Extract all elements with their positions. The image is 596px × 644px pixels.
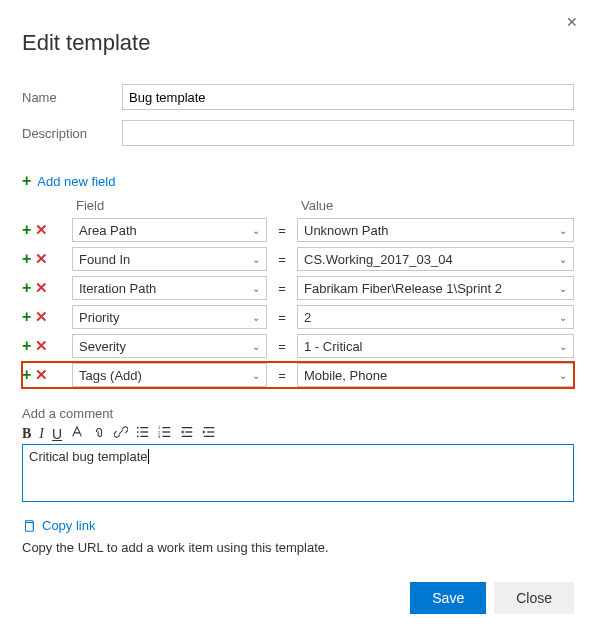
column-header-field: Field — [72, 198, 267, 213]
underline-button[interactable]: U — [52, 426, 62, 442]
field-dropdown[interactable]: Priority⌄ — [72, 305, 267, 329]
svg-point-2 — [137, 436, 139, 438]
comment-input[interactable]: Critical bug template​ — [22, 444, 574, 502]
close-button[interactable]: Close — [494, 582, 574, 614]
outdent-icon[interactable] — [180, 425, 194, 442]
chevron-down-icon: ⌄ — [252, 370, 260, 381]
add-row-icon[interactable]: + — [22, 366, 31, 384]
field-value: Found In — [79, 252, 130, 267]
value-text: Fabrikam Fiber\Release 1\Sprint 2 — [304, 281, 502, 296]
add-row-icon[interactable]: + — [22, 337, 31, 355]
indent-icon[interactable] — [202, 425, 216, 442]
remove-row-icon[interactable]: ✕ — [35, 279, 48, 297]
copy-link-description: Copy the URL to add a work item using th… — [22, 540, 574, 555]
svg-rect-18 — [26, 522, 34, 531]
field-dropdown[interactable]: Area Path⌄ — [72, 218, 267, 242]
field-value: Tags (Add) — [79, 368, 142, 383]
remove-row-icon[interactable]: ✕ — [35, 221, 48, 239]
chevron-down-icon: ⌄ — [252, 225, 260, 236]
svg-point-1 — [137, 431, 139, 433]
equals-label: = — [267, 281, 297, 296]
remove-row-icon[interactable]: ✕ — [35, 308, 48, 326]
field-row: +✕Area Path⌄=Unknown Path⌄ — [22, 217, 574, 243]
clip-icon[interactable] — [92, 425, 106, 442]
chevron-down-icon: ⌄ — [559, 370, 567, 381]
italic-button[interactable]: I — [39, 426, 44, 442]
field-dropdown[interactable]: Severity⌄ — [72, 334, 267, 358]
name-input[interactable] — [122, 84, 574, 110]
equals-label: = — [267, 252, 297, 267]
link-icon[interactable] — [114, 425, 128, 442]
page-title: Edit template — [22, 30, 574, 56]
field-value: Priority — [79, 310, 119, 325]
field-row: +✕Severity⌄=1 - Critical⌄ — [22, 333, 574, 359]
value-text: Mobile, Phone — [304, 368, 387, 383]
font-button[interactable] — [70, 425, 84, 442]
field-dropdown[interactable]: Tags (Add)⌄ — [72, 363, 267, 387]
add-row-icon[interactable]: + — [22, 221, 31, 239]
chevron-down-icon: ⌄ — [559, 283, 567, 294]
field-row: +✕Iteration Path⌄=Fabrikam Fiber\Release… — [22, 275, 574, 301]
svg-text:3: 3 — [158, 434, 161, 439]
value-text: 1 - Critical — [304, 339, 363, 354]
field-value: Severity — [79, 339, 126, 354]
equals-label: = — [267, 368, 297, 383]
chevron-down-icon: ⌄ — [252, 312, 260, 323]
copy-link-label: Copy link — [42, 518, 95, 533]
value-dropdown[interactable]: CS.Working_2017_03_04⌄ — [297, 247, 574, 271]
chevron-down-icon: ⌄ — [559, 312, 567, 323]
value-text: CS.Working_2017_03_04 — [304, 252, 453, 267]
field-row: +✕Found In⌄=CS.Working_2017_03_04⌄ — [22, 246, 574, 272]
add-new-field-label: Add new field — [37, 174, 115, 189]
remove-row-icon[interactable]: ✕ — [35, 366, 48, 384]
field-row: +✕Priority⌄=2⌄ — [22, 304, 574, 330]
comment-label: Add a comment — [22, 406, 574, 421]
description-label: Description — [22, 126, 122, 141]
bold-button[interactable]: B — [22, 426, 31, 442]
save-button[interactable]: Save — [410, 582, 486, 614]
value-text: Unknown Path — [304, 223, 389, 238]
svg-point-0 — [137, 427, 139, 429]
value-dropdown[interactable]: Unknown Path⌄ — [297, 218, 574, 242]
copy-link-button[interactable]: Copy link — [22, 518, 95, 533]
value-dropdown[interactable]: 2⌄ — [297, 305, 574, 329]
field-dropdown[interactable]: Iteration Path⌄ — [72, 276, 267, 300]
copy-icon — [22, 519, 36, 533]
formatting-toolbar: B I U 123 — [22, 425, 574, 442]
chevron-down-icon: ⌄ — [559, 225, 567, 236]
value-dropdown[interactable]: Mobile, Phone⌄ — [297, 363, 574, 387]
field-row: +✕Tags (Add)⌄=Mobile, Phone⌄ — [22, 362, 574, 388]
chevron-down-icon: ⌄ — [252, 341, 260, 352]
chevron-down-icon: ⌄ — [559, 341, 567, 352]
chevron-down-icon: ⌄ — [559, 254, 567, 265]
field-value: Iteration Path — [79, 281, 156, 296]
add-new-field-button[interactable]: + Add new field — [22, 172, 115, 190]
remove-row-icon[interactable]: ✕ — [35, 250, 48, 268]
equals-label: = — [267, 223, 297, 238]
value-text: 2 — [304, 310, 311, 325]
bullet-list-icon[interactable] — [136, 425, 150, 442]
add-row-icon[interactable]: + — [22, 279, 31, 297]
equals-label: = — [267, 310, 297, 325]
add-row-icon[interactable]: + — [22, 250, 31, 268]
column-header-value: Value — [297, 198, 574, 213]
chevron-down-icon: ⌄ — [252, 254, 260, 265]
remove-row-icon[interactable]: ✕ — [35, 337, 48, 355]
name-label: Name — [22, 90, 122, 105]
equals-label: = — [267, 339, 297, 354]
close-icon[interactable]: ✕ — [566, 14, 578, 30]
field-dropdown[interactable]: Found In⌄ — [72, 247, 267, 271]
chevron-down-icon: ⌄ — [252, 283, 260, 294]
description-input[interactable] — [122, 120, 574, 146]
field-value: Area Path — [79, 223, 137, 238]
plus-icon: + — [22, 172, 31, 190]
add-row-icon[interactable]: + — [22, 308, 31, 326]
numbered-list-icon[interactable]: 123 — [158, 425, 172, 442]
value-dropdown[interactable]: Fabrikam Fiber\Release 1\Sprint 2⌄ — [297, 276, 574, 300]
value-dropdown[interactable]: 1 - Critical⌄ — [297, 334, 574, 358]
